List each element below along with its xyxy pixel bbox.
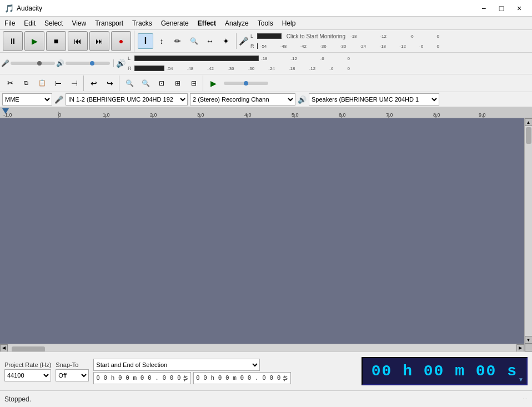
pause-button[interactable]: ⏸ xyxy=(3,31,23,51)
redo-button[interactable]: ↪ xyxy=(102,76,118,91)
channels-select[interactable]: 2 (Stereo) Recording Chann xyxy=(190,93,295,105)
selection-end-display[interactable]: 0 0 h 0 0 m 0 0 . 0 0 0 s ▲ ▼ xyxy=(193,372,291,384)
scroll-right-arrow[interactable]: ▶ xyxy=(516,344,524,352)
stop-button[interactable]: ■ xyxy=(46,31,66,51)
output-r-label: R xyxy=(128,66,134,71)
start-time-up[interactable]: ▲ xyxy=(183,374,189,378)
end-time-down[interactable]: ▼ xyxy=(283,378,289,382)
trim-left-button[interactable]: ⊢ xyxy=(51,76,66,91)
menu-analyze[interactable]: Analyze xyxy=(220,18,253,28)
speaker-device-icon: 🔊 xyxy=(298,96,307,104)
input-meter-l-bar xyxy=(257,33,282,39)
multi-tool-button[interactable]: ✦ xyxy=(218,33,234,49)
selection-tool-button[interactable]: I xyxy=(138,33,153,49)
resize-handle[interactable]: ⋯ xyxy=(523,396,528,402)
transport-group: ⏸ ▶ ■ ⏮ ⏭ ● xyxy=(1,31,134,52)
end-time-spinner[interactable]: ▲ ▼ xyxy=(283,373,289,384)
v-scrollbar-track[interactable] xyxy=(525,126,533,336)
project-rate-select[interactable]: 44100 xyxy=(4,369,51,381)
selection-area: Start and End of Selection 0 0 h 0 0 m 0… xyxy=(93,359,357,384)
scrollbar-thumb[interactable] xyxy=(12,346,45,351)
record-button[interactable]: ● xyxy=(111,31,131,51)
draw-tool-button[interactable]: ✏ xyxy=(170,33,185,49)
menu-generate[interactable]: Generate xyxy=(157,18,193,28)
skip-start-button[interactable]: ⏮ xyxy=(68,31,88,51)
undo-group: ↩ ↪ xyxy=(85,76,119,91)
scrollbar-track[interactable] xyxy=(8,344,516,351)
mic-device-icon: 🎤 xyxy=(54,96,63,104)
menu-select[interactable]: Select xyxy=(40,18,67,28)
close-button[interactable]: × xyxy=(511,2,528,15)
scroll-left-arrow[interactable]: ◀ xyxy=(0,344,8,352)
toolbar-row-2: 🎤 🔊 🔊 L -18-12-60 R xyxy=(0,53,532,74)
zoom-tool-button[interactable]: 🔍 xyxy=(186,33,202,49)
input-device-select[interactable]: IN 1-2 (BEHRINGER UMC 204HD 192 xyxy=(66,93,188,105)
output-meter-l-row: L -18-12-60 xyxy=(128,53,350,63)
selection-start-display[interactable]: 0 0 h 0 0 m 0 0 . 0 0 0 s ▲ ▼ xyxy=(93,372,191,384)
playback-speed-thumb xyxy=(244,81,248,86)
end-time-value: 0 0 h 0 0 m 0 0 . 0 0 0 s xyxy=(196,374,288,381)
output-volume-slider[interactable] xyxy=(66,62,110,65)
play-button[interactable]: ▶ xyxy=(24,31,44,51)
menu-bar: File Edit Select View Transport Tracks G… xyxy=(0,17,532,30)
menu-tools[interactable]: Tools xyxy=(253,18,278,28)
zoom-fit-h-button[interactable]: ⊟ xyxy=(186,76,202,91)
play-at-speed-button[interactable]: ▶ xyxy=(205,76,221,91)
snap-to-section: Snap-To Off xyxy=(56,361,89,381)
output-scale-right: -18-12-60 xyxy=(261,56,350,61)
start-time-spinner[interactable]: ▲ ▼ xyxy=(183,373,189,384)
end-time-up[interactable]: ▲ xyxy=(283,374,289,378)
input-meter-section: 🎤 L Click to Start Monitoring -18-12-60 … xyxy=(239,31,531,51)
scroll-down-arrow[interactable]: ▼ xyxy=(525,336,533,344)
copy-button[interactable]: ⧉ xyxy=(18,76,34,91)
menu-edit[interactable]: Edit xyxy=(19,18,40,28)
app-icon: 🎵 xyxy=(4,4,13,13)
undo-button[interactable]: ↩ xyxy=(86,76,102,91)
v-scrollbar-thumb[interactable] xyxy=(526,127,531,144)
ruler: -1.0 0 1.0 2.0 3.0 4.0 5.0 6.0 7.0 8.0 9… xyxy=(0,107,532,118)
menu-effect[interactable]: Effect xyxy=(193,18,220,28)
trim-right-button[interactable]: ⊣ xyxy=(67,76,82,91)
cut-button[interactable]: ✂ xyxy=(2,76,18,91)
playback-speed-slider[interactable] xyxy=(224,82,268,85)
track-panel: ◀ ▶ xyxy=(0,118,524,351)
menu-file[interactable]: File xyxy=(0,18,19,28)
envelope-tool-button[interactable]: ↕ xyxy=(154,33,169,49)
status-text: Stopped. xyxy=(4,395,31,403)
host-select[interactable]: MME xyxy=(2,93,52,105)
corner-box xyxy=(525,344,533,351)
menu-view[interactable]: View xyxy=(67,18,91,28)
big-time-menu[interactable]: ▼ xyxy=(518,376,525,383)
output-device-select[interactable]: Speakers (BEHRINGER UMC 204HD 1 xyxy=(309,93,439,105)
minimize-button[interactable]: − xyxy=(475,2,492,15)
scroll-up-arrow[interactable]: ▲ xyxy=(525,118,533,126)
zoom-selection-button[interactable]: ⊡ xyxy=(154,76,169,91)
menu-help[interactable]: Help xyxy=(278,18,300,28)
toolbar-row-1: ⏸ ▶ ■ ⏮ ⏭ ● I ↕ ✏ 🔍 ↔ ✦ 🎤 L Clic xyxy=(0,30,532,53)
click-to-monitor[interactable]: Click to Start Monitoring xyxy=(284,33,348,40)
skip-end-button[interactable]: ⏭ xyxy=(89,31,109,51)
zoom-out-button[interactable]: 🔍 xyxy=(138,76,153,91)
v-scrollbar: ▲ ▼ xyxy=(524,118,532,351)
selection-mode-select[interactable]: Start and End of Selection xyxy=(93,359,260,371)
timeshift-tool-button[interactable]: ↔ xyxy=(202,33,218,49)
paste-button[interactable]: 📋 xyxy=(34,76,50,91)
output-volume-thumb xyxy=(90,61,94,66)
start-time-down[interactable]: ▼ xyxy=(183,378,189,382)
input-meter-l-row: L Click to Start Monitoring -18-12-60 xyxy=(250,31,439,41)
big-time-display: 00 h 00 m 00 s ▼ xyxy=(362,357,528,385)
output-meter: L -18-12-60 R -54-48-42-36-30-24-18-12-6… xyxy=(128,53,350,73)
output-meter-section: 🔊 L -18-12-60 R -54-48-42-36-30-24-18-12… xyxy=(116,53,531,73)
title-bar: 🎵 Audacity − □ × xyxy=(0,0,532,17)
input-volume-slider[interactable] xyxy=(11,62,55,65)
mic-small-icon: 🎤 xyxy=(1,59,9,67)
menu-tracks[interactable]: Tracks xyxy=(128,18,157,28)
snap-to-select[interactable]: Off xyxy=(56,369,89,381)
maximize-button[interactable]: □ xyxy=(493,2,510,15)
zoom-group: 🔍 🔍 ⊡ ⊞ ⊟ xyxy=(121,76,203,91)
zoom-in-button[interactable]: 🔍 xyxy=(122,76,137,91)
zoom-fit-button[interactable]: ⊞ xyxy=(170,76,185,91)
menu-transport[interactable]: Transport xyxy=(91,18,128,28)
output-meter-r-row: R -54-48-42-36-30-24-18-12-60 xyxy=(128,63,350,73)
track-area[interactable] xyxy=(0,118,524,344)
